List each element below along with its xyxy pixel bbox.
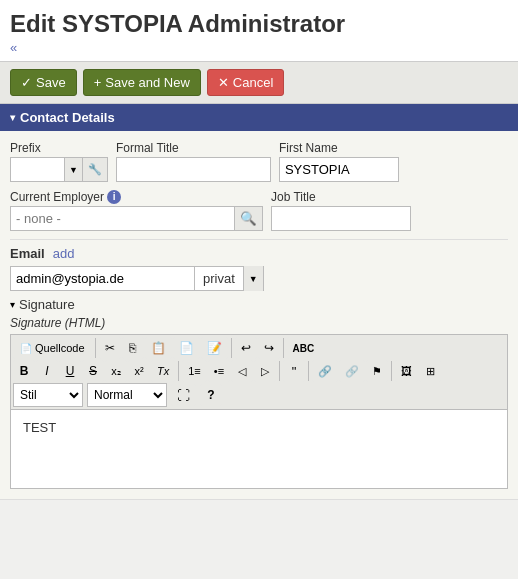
- underline-button[interactable]: U: [59, 360, 81, 382]
- email-type-value: privat: [195, 268, 243, 289]
- fullscreen-button[interactable]: ⛶: [171, 384, 196, 406]
- editor-area[interactable]: TEST: [10, 409, 508, 489]
- save-label: Save: [36, 75, 66, 90]
- page-title: Edit SYSTOPIA Administrator: [10, 10, 508, 38]
- formal-title-label: Formal Title: [116, 141, 271, 155]
- source-label: Quellcode: [35, 342, 85, 354]
- save-new-label: Save and New: [105, 75, 190, 90]
- strikethrough-button[interactable]: S: [82, 360, 104, 382]
- editor-content: TEST: [23, 420, 56, 435]
- current-employer-field: Current Employer i - none - 🔍: [10, 190, 263, 231]
- style-select[interactable]: Stil: [13, 383, 83, 407]
- email-type-selector: privat ▼: [195, 266, 264, 291]
- contact-details-label: Contact Details: [20, 110, 115, 125]
- prefix-input[interactable]: [10, 157, 65, 182]
- save-button[interactable]: ✓ Save: [10, 69, 77, 96]
- employer-input[interactable]: - none -: [10, 206, 235, 231]
- email-input-row: admin@ystopia.de privat ▼: [10, 266, 508, 291]
- paste-button[interactable]: 📋: [145, 337, 172, 359]
- italic-button[interactable]: I: [36, 360, 58, 382]
- toolbar-sep-1: [95, 338, 96, 358]
- editor-toolbar-row-1: 📄 Quellcode ✂ ⎘ 📋 📄 📝 ↩ ↪ ABC: [13, 337, 505, 359]
- email-type-dropdown-btn[interactable]: ▼: [243, 266, 263, 291]
- prefix-field: Prefix ▼ 🔧: [10, 141, 108, 182]
- signature-toggle-row[interactable]: ▾ Signature: [10, 297, 508, 312]
- breadcrumb-link[interactable]: «: [10, 38, 508, 61]
- prefix-tool-btn[interactable]: 🔧: [83, 157, 108, 182]
- unlink-button[interactable]: 🔗: [339, 360, 365, 382]
- job-title-input[interactable]: [271, 206, 411, 231]
- undo-button[interactable]: ↩: [235, 337, 257, 359]
- cancel-label: Cancel: [233, 75, 273, 90]
- email-add-link[interactable]: add: [53, 246, 75, 261]
- signature-toggle-label: Signature: [19, 297, 75, 312]
- indent-less-button[interactable]: ◁: [231, 360, 253, 382]
- first-name-input[interactable]: SYSTOPIA: [279, 157, 399, 182]
- cut-button[interactable]: ✂: [99, 337, 121, 359]
- formal-title-input[interactable]: [116, 157, 271, 182]
- save-new-plus-icon: +: [94, 75, 102, 90]
- job-title-field: Job Title: [271, 190, 411, 231]
- email-header-row: Email add: [10, 246, 508, 261]
- paste-word-button[interactable]: 📝: [201, 337, 228, 359]
- toolbar-sep-4: [178, 361, 179, 381]
- first-name-label: First Name: [279, 141, 399, 155]
- contact-details-body: Prefix ▼ 🔧 Formal Title First Name SYSTO…: [0, 131, 518, 500]
- employer-search-btn[interactable]: 🔍: [235, 206, 263, 231]
- ordered-list-button[interactable]: 1≡: [182, 360, 207, 382]
- action-toolbar: ✓ Save + Save and New ✕ Cancel: [0, 61, 518, 104]
- current-employer-label: Current Employer i: [10, 190, 263, 204]
- blockquote-button[interactable]: ": [283, 360, 305, 382]
- clear-format-button[interactable]: Tx: [151, 360, 175, 382]
- subscript-button[interactable]: x₂: [105, 360, 127, 382]
- image-button[interactable]: 🖼: [395, 360, 418, 382]
- email-label: Email: [10, 246, 45, 261]
- table-button[interactable]: ⊞: [419, 360, 441, 382]
- flag-button[interactable]: ⚑: [366, 360, 388, 382]
- superscript-button[interactable]: x²: [128, 360, 150, 382]
- email-input[interactable]: admin@ystopia.de: [10, 266, 195, 291]
- bold-button[interactable]: B: [13, 360, 35, 382]
- toolbar-sep-2: [231, 338, 232, 358]
- source-button[interactable]: 📄 Quellcode: [13, 337, 92, 359]
- contact-details-toggle-icon: ▾: [10, 112, 15, 123]
- indent-more-button[interactable]: ▷: [254, 360, 276, 382]
- job-title-label: Job Title: [271, 190, 411, 204]
- form-row-2: Current Employer i - none - 🔍 Job Title: [10, 190, 508, 231]
- prefix-dropdown-btn[interactable]: ▼: [65, 157, 83, 182]
- cancel-x-icon: ✕: [218, 75, 229, 90]
- source-icon: 📄: [20, 343, 32, 354]
- copy-button[interactable]: ⎘: [122, 337, 144, 359]
- employer-info-icon[interactable]: i: [107, 190, 121, 204]
- paste-text-button[interactable]: 📄: [173, 337, 200, 359]
- format-select[interactable]: Normal Heading 1 Heading 2 Heading 3: [87, 383, 167, 407]
- signature-section: ▾ Signature Signature (HTML) 📄 Quellcode…: [10, 297, 508, 489]
- link-button[interactable]: 🔗: [312, 360, 338, 382]
- contact-details-section-header[interactable]: ▾ Contact Details: [0, 104, 518, 131]
- page-title-bar: Edit SYSTOPIA Administrator «: [0, 0, 518, 61]
- redo-button[interactable]: ↪: [258, 337, 280, 359]
- toolbar-sep-7: [391, 361, 392, 381]
- first-name-field: First Name SYSTOPIA: [279, 141, 399, 182]
- cancel-button[interactable]: ✕ Cancel: [207, 69, 284, 96]
- save-and-new-button[interactable]: + Save and New: [83, 69, 201, 96]
- spellcheck-button[interactable]: ABC: [287, 337, 321, 359]
- toolbar-sep-3: [283, 338, 284, 358]
- prefix-label: Prefix: [10, 141, 108, 155]
- formal-title-field: Formal Title: [116, 141, 271, 182]
- unordered-list-button[interactable]: •≡: [208, 360, 230, 382]
- editor-toolbar-row-3: Stil Normal Heading 1 Heading 2 Heading …: [13, 383, 505, 407]
- form-row-1: Prefix ▼ 🔧 Formal Title First Name SYSTO…: [10, 141, 508, 182]
- help-button[interactable]: ?: [200, 384, 222, 406]
- toolbar-sep-6: [308, 361, 309, 381]
- toolbar-sep-5: [279, 361, 280, 381]
- save-checkmark-icon: ✓: [21, 75, 32, 90]
- signature-html-label: Signature (HTML): [10, 316, 508, 330]
- editor-toolbar: 📄 Quellcode ✂ ⎘ 📋 📄 📝 ↩ ↪ ABC B I U: [10, 334, 508, 409]
- divider-1: [10, 239, 508, 240]
- editor-toolbar-row-2: B I U S x₂ x² Tx 1≡ •≡ ◁ ▷ " 🔗 🔗 ⚑ 🖼: [13, 360, 505, 382]
- signature-toggle-icon: ▾: [10, 299, 15, 310]
